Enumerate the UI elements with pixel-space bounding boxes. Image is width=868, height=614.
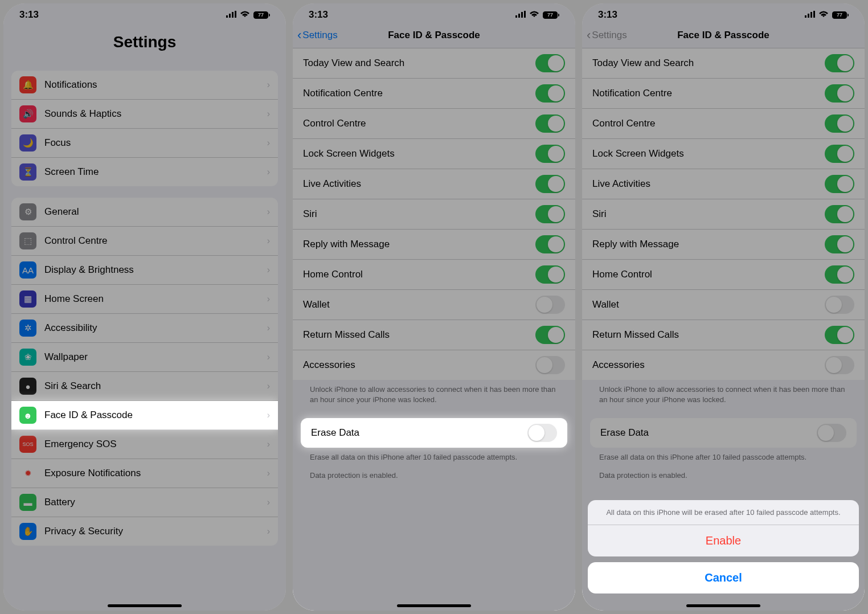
toggle-label: Live Activities [592, 178, 825, 190]
toggle-switch[interactable] [825, 235, 854, 253]
toggle-switch[interactable] [825, 326, 854, 344]
toggle-row-wallet[interactable]: Wallet [582, 290, 865, 320]
svg-rect-3 [235, 11, 236, 18]
erase-data-row[interactable]: Erase Data [301, 418, 567, 448]
toggle-row-lock-screen-widgets[interactable]: Lock Screen Widgets [293, 139, 575, 169]
toggle-label: Siri [592, 208, 825, 220]
toggle-row-siri[interactable]: Siri [293, 199, 575, 230]
settings-row-battery[interactable]: ▬Battery› [11, 488, 278, 517]
erase-data-row[interactable]: Erase Data [590, 418, 857, 448]
row-label: Accessibility [44, 322, 267, 334]
status-bar: 3:13 77 [3, 3, 286, 23]
toggle-row-siri[interactable]: Siri [582, 199, 865, 230]
toggle-switch[interactable] [825, 54, 854, 72]
settings-row-accessibility[interactable]: ✲Accessibility› [11, 314, 278, 343]
settings-row-general[interactable]: ⚙General› [11, 198, 278, 227]
row-icon: 🌙 [19, 134, 36, 152]
toggle-row-control-centre[interactable]: Control Centre [582, 109, 865, 139]
erase-data-toggle[interactable] [527, 424, 557, 442]
settings-row-emergency-sos[interactable]: SOSEmergency SOS› [11, 430, 278, 459]
settings-row-home-screen[interactable]: ▦Home Screen› [11, 285, 278, 314]
battery-icon: 77 [253, 11, 270, 19]
settings-row-control-centre[interactable]: ⬚Control Centre› [11, 227, 278, 256]
toggle-switch[interactable] [825, 265, 854, 284]
toggle-row-return-missed-calls[interactable]: Return Missed Calls [293, 320, 575, 350]
accessories-footer: Unlock iPhone to allow accessories to co… [582, 380, 865, 404]
toggle-row-wallet[interactable]: Wallet [293, 290, 575, 320]
chevron-right-icon: › [267, 294, 270, 304]
toggle-switch[interactable] [535, 296, 565, 314]
enable-button[interactable]: Enable [588, 525, 859, 556]
toggle-row-accessories[interactable]: Accessories [582, 350, 865, 380]
settings-row-privacy-security[interactable]: ✋Privacy & Security› [11, 517, 278, 546]
toggle-switch[interactable] [825, 356, 854, 374]
back-button[interactable]: ‹ Settings [587, 28, 627, 43]
screen-erase-confirm: 3:13 77 ‹ Settings Face ID & Passcode To… [582, 3, 865, 611]
toggle-switch[interactable] [535, 114, 565, 133]
cancel-button[interactable]: Cancel [588, 562, 859, 593]
screen-faceid-passcode: 3:13 77 ‹ Settings Face ID & Passcode To… [293, 3, 575, 611]
toggle-switch[interactable] [535, 235, 565, 253]
back-label: Settings [592, 30, 627, 41]
toggle-row-live-activities[interactable]: Live Activities [293, 169, 575, 199]
toggle-row-home-control[interactable]: Home Control [582, 260, 865, 290]
home-indicator[interactable] [108, 604, 182, 607]
toggle-switch[interactable] [825, 84, 854, 103]
toggle-row-notification-centre[interactable]: Notification Centre [293, 79, 575, 109]
toggle-switch[interactable] [825, 145, 854, 163]
row-label: Notifications [44, 79, 267, 91]
erase-data-label: Erase Data [600, 427, 817, 439]
toggle-switch[interactable] [535, 356, 565, 374]
settings-row-face-id-passcode[interactable]: ☻Face ID & Passcode› [11, 401, 278, 430]
settings-row-display-brightness[interactable]: AADisplay & Brightness› [11, 256, 278, 285]
toggle-switch[interactable] [825, 296, 854, 314]
toggle-row-accessories[interactable]: Accessories [293, 350, 575, 380]
home-indicator[interactable] [686, 604, 760, 607]
toggle-switch[interactable] [535, 205, 565, 223]
settings-row-notifications[interactable]: 🔔Notifications› [11, 71, 278, 100]
toggle-row-return-missed-calls[interactable]: Return Missed Calls [582, 320, 865, 350]
toggle-switch[interactable] [535, 175, 565, 193]
chevron-right-icon: › [267, 410, 270, 420]
row-icon: ⏳ [19, 163, 36, 181]
toggle-row-control-centre[interactable]: Control Centre [293, 109, 575, 139]
settings-row-exposure-notifications[interactable]: ✹Exposure Notifications› [11, 459, 278, 488]
status-bar: 3:13 77 [582, 3, 865, 23]
back-button[interactable]: ‹ Settings [297, 28, 338, 43]
toggle-switch[interactable] [535, 265, 565, 284]
settings-row-screen-time[interactable]: ⏳Screen Time› [11, 158, 278, 186]
erase-data-toggle[interactable] [817, 424, 846, 442]
toggle-row-today-view-and-search[interactable]: Today View and Search [582, 48, 865, 79]
svg-rect-1 [229, 14, 231, 18]
toggle-label: Reply with Message [592, 239, 825, 250]
toggle-row-notification-centre[interactable]: Notification Centre [582, 79, 865, 109]
toggle-row-home-control[interactable]: Home Control [293, 260, 575, 290]
toggle-switch[interactable] [825, 114, 854, 133]
wifi-icon [240, 9, 250, 21]
chevron-right-icon: › [267, 381, 270, 391]
chevron-left-icon: ‹ [297, 28, 301, 43]
toggle-label: Siri [303, 208, 535, 220]
svg-rect-11 [813, 11, 815, 18]
toggle-switch[interactable] [535, 326, 565, 344]
toggle-label: Control Centre [303, 118, 535, 129]
toggle-switch[interactable] [535, 84, 565, 103]
toggle-row-reply-with-message[interactable]: Reply with Message [582, 230, 865, 260]
chevron-right-icon: › [267, 207, 270, 217]
toggle-row-reply-with-message[interactable]: Reply with Message [293, 230, 575, 260]
toggle-switch[interactable] [535, 145, 565, 163]
toggle-row-live-activities[interactable]: Live Activities [582, 169, 865, 199]
settings-row-focus[interactable]: 🌙Focus› [11, 129, 278, 158]
row-icon: AA [19, 261, 36, 279]
toggle-switch[interactable] [825, 175, 854, 193]
toggle-row-lock-screen-widgets[interactable]: Lock Screen Widgets [582, 139, 865, 169]
toggle-switch[interactable] [825, 205, 854, 223]
settings-row-siri-search[interactable]: ●Siri & Search› [11, 372, 278, 401]
settings-row-wallpaper[interactable]: ❀Wallpaper› [11, 343, 278, 372]
home-indicator[interactable] [397, 604, 471, 607]
toggle-row-today-view-and-search[interactable]: Today View and Search [293, 48, 575, 79]
chevron-right-icon: › [267, 352, 270, 362]
settings-row-sounds-haptics[interactable]: 🔊Sounds & Haptics› [11, 100, 278, 129]
toggle-label: Reply with Message [303, 239, 535, 250]
toggle-switch[interactable] [535, 54, 565, 72]
